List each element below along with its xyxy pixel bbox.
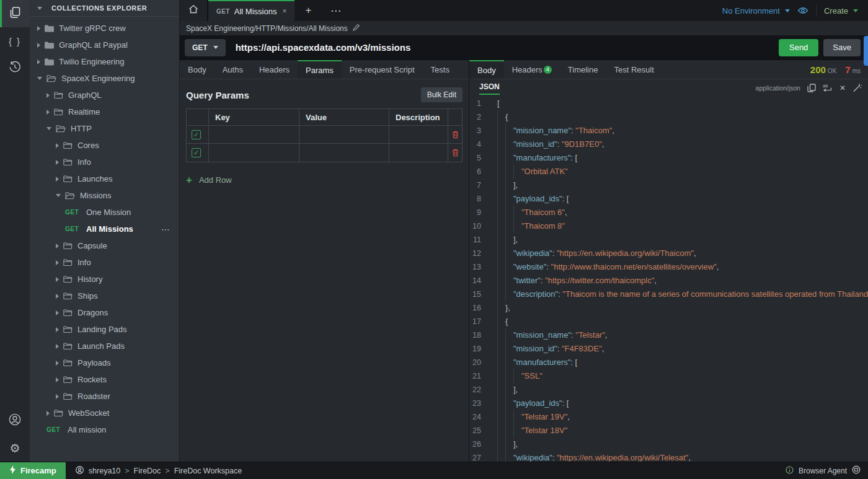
response-tab-headers[interactable]: Headers 4 <box>504 60 560 79</box>
caret-right-icon[interactable] <box>56 160 59 165</box>
tree-folder-graphql[interactable]: GraphQL <box>30 87 179 103</box>
caret-right-icon[interactable] <box>56 361 59 366</box>
tab-tests[interactable]: Tests <box>423 60 458 79</box>
param-description-input[interactable] <box>396 126 448 143</box>
tree-folder-roadster[interactable]: Roadster <box>30 388 179 405</box>
caret-right-icon[interactable] <box>56 277 59 282</box>
clear-response-icon[interactable]: ✕ <box>839 84 846 92</box>
tree-folder-missions[interactable]: Missions <box>30 187 179 204</box>
browser-agent-label[interactable]: Browser Agent <box>799 467 847 475</box>
bulk-edit-button[interactable]: Bulk Edit <box>421 87 463 102</box>
trash-icon[interactable] <box>452 149 459 157</box>
caret-down-icon[interactable] <box>56 194 61 197</box>
tree-folder-payloads[interactable]: Payloads <box>30 354 179 371</box>
tree-folder-capsule[interactable]: Capsule <box>30 237 179 254</box>
workspace-breadcrumb[interactable]: shreya10 > FireDoc > FireDoc Workspace <box>66 465 242 477</box>
response-tab-timeline[interactable]: Timeline <box>560 60 606 79</box>
tree-folder-websocket[interactable]: WebSocket <box>30 405 179 421</box>
caret-right-icon[interactable] <box>56 260 59 265</box>
tree-folder-landing-pads[interactable]: Landing Pads <box>30 321 179 338</box>
param-key-input[interactable] <box>215 126 299 143</box>
tree-folder-ships[interactable]: Ships <box>30 288 179 304</box>
tree-folder-graphql-at-paypal[interactable]: GraphQL at Paypal <box>30 37 179 53</box>
rail-environments-button[interactable]: { } <box>0 27 30 55</box>
caret-right-icon[interactable] <box>56 327 59 332</box>
close-icon[interactable]: × <box>282 7 286 15</box>
caret-right-icon[interactable] <box>37 43 40 48</box>
caret-right-icon[interactable] <box>46 411 50 416</box>
tree-folder-rockets[interactable]: Rockets <box>30 371 179 388</box>
environment-selector[interactable]: No Environment <box>722 6 790 15</box>
caret-right-icon[interactable] <box>56 294 59 299</box>
agent-face-icon[interactable] <box>852 465 861 476</box>
json-format-tab[interactable]: JSON <box>479 82 500 95</box>
tab-auths[interactable]: Auths <box>215 60 251 79</box>
wrap-text-icon[interactable]: ab <box>823 84 833 92</box>
caret-right-icon[interactable] <box>46 93 50 98</box>
caret-right-icon[interactable] <box>56 177 59 182</box>
more-icon[interactable]: ⋯ <box>161 224 179 234</box>
tree-folder-info[interactable]: Info <box>30 254 179 271</box>
url-input[interactable]: https://api.spacexdata.com/v3/missions <box>236 42 779 53</box>
environment-preview-eye-icon[interactable] <box>797 6 808 15</box>
new-tab-button[interactable]: + <box>294 0 322 21</box>
tree-request-all-missions[interactable]: GETAll Missions⋯ <box>30 221 179 237</box>
checkbox-checked[interactable]: ✓ <box>192 130 201 139</box>
save-button[interactable]: Save <box>823 39 861 56</box>
tree-folder-history[interactable]: History <box>30 271 179 288</box>
tree-folder-info[interactable]: Info <box>30 154 179 170</box>
workspace-org[interactable]: FireDoc <box>134 467 161 475</box>
caret-right-icon[interactable] <box>56 244 59 248</box>
tree-folder-launches[interactable]: Launches <box>30 170 179 187</box>
caret-right-icon[interactable] <box>56 377 59 382</box>
firecamp-brand[interactable]: Firecamp <box>0 462 66 479</box>
tree-folder-twilio-engineering[interactable]: Twilio Engineering <box>30 53 179 70</box>
caret-down-icon[interactable] <box>46 127 51 130</box>
send-button[interactable]: Send <box>779 39 818 56</box>
rail-account-button[interactable] <box>0 407 30 434</box>
add-row-button[interactable]: + Add Row <box>186 175 463 185</box>
tree-request-one-mission[interactable]: GETOne Mission <box>30 204 179 221</box>
caret-right-icon[interactable] <box>37 26 40 31</box>
tree-request-all-mission[interactable]: GETAll mission <box>30 421 179 438</box>
create-button[interactable]: Create <box>824 6 858 15</box>
rail-history-button[interactable] <box>0 55 30 82</box>
caret-right-icon[interactable] <box>56 394 59 399</box>
tab-body[interactable]: Body <box>180 60 215 79</box>
tab-params[interactable]: Params <box>298 60 342 79</box>
beautify-wand-icon[interactable] <box>852 83 862 92</box>
workspace-name[interactable]: FireDoc Workspace <box>174 467 242 475</box>
caret-right-icon[interactable] <box>37 59 40 64</box>
tree-folder-spacex-engineering[interactable]: SpaceX Engineering <box>30 70 179 87</box>
trash-icon[interactable] <box>452 131 459 139</box>
edit-pencil-icon[interactable] <box>352 24 360 33</box>
param-value-input[interactable] <box>306 144 389 162</box>
tree-folder-http[interactable]: HTTP <box>30 120 179 137</box>
tree-folder-twitter-grpc-crew[interactable]: Twitter gRPC crew <box>30 20 179 37</box>
copy-icon[interactable] <box>807 84 816 92</box>
response-code[interactable]: 1[2{3"mission_name": "Thaicom",4"mission… <box>469 95 868 462</box>
tab-more-button[interactable]: ⋯ <box>322 0 349 21</box>
caret-down-icon[interactable] <box>37 77 42 80</box>
right-edge-panel-handle[interactable] <box>864 36 868 66</box>
checkbox-checked[interactable]: ✓ <box>192 148 201 157</box>
tree-folder-cores[interactable]: Cores <box>30 137 179 154</box>
rail-collections-button[interactable] <box>0 0 30 27</box>
tree-folder-dragons[interactable]: Dragons <box>30 304 179 321</box>
home-tab[interactable] <box>180 0 208 21</box>
response-tab-test-result[interactable]: Test Result <box>606 60 662 79</box>
param-value-input[interactable] <box>306 126 389 143</box>
workspace-user[interactable]: shreya10 <box>89 467 120 475</box>
method-dropdown[interactable]: GET <box>185 39 226 56</box>
tree-folder-launch-pads[interactable]: Launch Pads <box>30 338 179 354</box>
request-tab-all-missions[interactable]: GET All Missions × <box>208 0 294 21</box>
response-tab-body[interactable]: Body <box>469 60 504 79</box>
param-key-input[interactable] <box>215 144 299 162</box>
tab-headers[interactable]: Headers <box>251 60 298 79</box>
caret-right-icon[interactable] <box>46 110 50 115</box>
param-description-input[interactable] <box>396 144 448 162</box>
tree-folder-realtime[interactable]: Realtime <box>30 103 179 120</box>
caret-right-icon[interactable] <box>56 143 59 148</box>
collections-explorer-header[interactable]: COLLECTIONS EXPLORER <box>30 0 179 17</box>
tab-pre-request-script[interactable]: Pre-request Script <box>342 60 423 79</box>
